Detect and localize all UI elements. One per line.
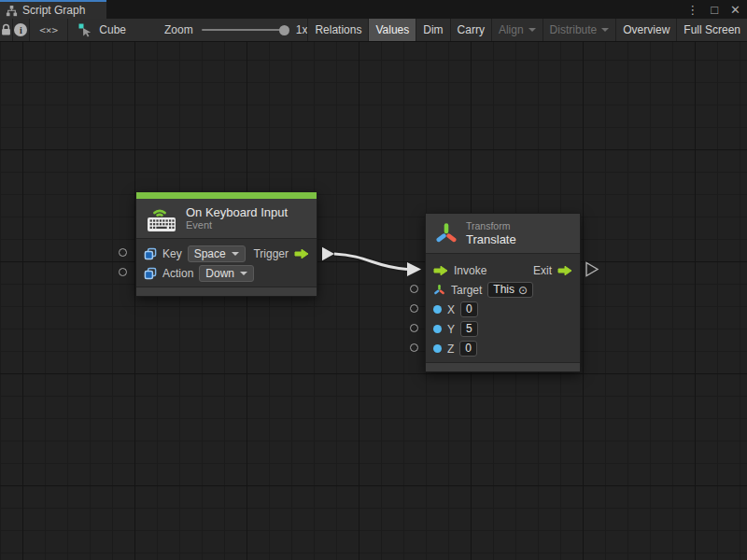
z-port[interactable] bbox=[410, 343, 418, 352]
y-row: Y 5 bbox=[426, 319, 580, 339]
z-value-field[interactable]: 0 bbox=[459, 341, 477, 357]
y-value-field[interactable]: 5 bbox=[460, 321, 478, 337]
tab-title: Script Graph bbox=[22, 4, 85, 17]
info-button[interactable]: i bbox=[13, 19, 30, 41]
tab-bar: Script Graph ⋮ □ ✕ bbox=[0, 0, 747, 19]
z-label: Z bbox=[447, 343, 454, 356]
target-name: Cube bbox=[99, 23, 126, 36]
graph-canvas[interactable] bbox=[0, 42, 747, 560]
z-row: Z 0 bbox=[426, 339, 580, 358]
key-label: Key bbox=[162, 247, 182, 260]
action-port[interactable] bbox=[119, 268, 127, 276]
values-button[interactable]: Values bbox=[368, 19, 416, 41]
zoom-slider[interactable] bbox=[202, 29, 288, 31]
x-value-field[interactable]: 0 bbox=[460, 301, 478, 317]
value-dot-icon bbox=[433, 305, 442, 314]
chevron-down-icon bbox=[240, 272, 247, 275]
node-footer bbox=[426, 362, 580, 371]
code-view-button[interactable]: <×> bbox=[30, 19, 69, 41]
action-dropdown[interactable]: Down bbox=[199, 265, 254, 282]
target-port[interactable] bbox=[410, 285, 418, 293]
keyboard-icon bbox=[145, 205, 178, 232]
graph-icon bbox=[6, 5, 18, 17]
chevron-down-icon bbox=[232, 252, 239, 256]
transform-icon bbox=[434, 221, 458, 245]
lock-icon bbox=[0, 23, 12, 36]
invoke-port-icon[interactable] bbox=[433, 265, 448, 276]
key-dropdown[interactable]: Space bbox=[188, 245, 246, 262]
target-label: Target bbox=[451, 284, 482, 297]
distribute-button[interactable]: Distribute bbox=[543, 19, 616, 41]
value-dot-icon bbox=[433, 344, 442, 353]
maximize-icon[interactable]: □ bbox=[711, 4, 718, 16]
action-row: Action Down bbox=[136, 263, 317, 283]
transform-mini-icon bbox=[433, 284, 445, 296]
tab-script-graph[interactable]: Script Graph bbox=[0, 0, 106, 19]
dim-button[interactable]: Dim bbox=[416, 19, 449, 41]
x-label: X bbox=[447, 303, 455, 316]
info-icon: i bbox=[14, 23, 27, 36]
node-subtitle: Event bbox=[186, 219, 288, 231]
align-button[interactable]: Align bbox=[491, 19, 543, 41]
relations-button[interactable]: Relations bbox=[307, 19, 368, 41]
graph-toolbar: i <×> Cube Zoom 1x Relations Values Dim … bbox=[0, 19, 747, 42]
exit-port-icon[interactable] bbox=[557, 265, 572, 276]
code-icon: <×> bbox=[39, 24, 58, 36]
chevron-down-icon bbox=[529, 28, 536, 32]
target-row: Target This ⊙ bbox=[426, 280, 580, 300]
overview-button[interactable]: Overview bbox=[615, 19, 676, 41]
carry-button[interactable]: Carry bbox=[450, 19, 491, 41]
close-icon[interactable]: ✕ bbox=[730, 4, 740, 16]
zoom-value: 1x bbox=[296, 23, 308, 36]
lock-button[interactable] bbox=[0, 19, 13, 41]
target-object-button[interactable]: This ⊙ bbox=[487, 282, 533, 298]
action-label: Action bbox=[162, 267, 193, 280]
x-port[interactable] bbox=[410, 304, 418, 313]
full-screen-button[interactable]: Full Screen bbox=[676, 19, 747, 41]
key-row: Key Space Trigger bbox=[136, 244, 317, 263]
menu-icon[interactable]: ⋮ bbox=[686, 4, 698, 16]
invoke-label: Invoke bbox=[454, 264, 486, 277]
node-title: Translate bbox=[466, 232, 516, 246]
zoom-slider-handle[interactable] bbox=[279, 25, 289, 35]
node-footer bbox=[136, 287, 317, 296]
x-row: X 0 bbox=[426, 300, 580, 319]
object-picker-icon: ⊙ bbox=[518, 285, 528, 296]
node-title: On Keyboard Input bbox=[186, 205, 288, 219]
key-port[interactable] bbox=[119, 248, 127, 257]
y-label: Y bbox=[447, 323, 455, 336]
target-indicator[interactable]: Cube bbox=[68, 19, 136, 41]
node-category: Transform bbox=[466, 220, 516, 232]
event-node[interactable]: On Keyboard Input Event Key Space Trigge… bbox=[135, 191, 317, 297]
keycode-icon bbox=[144, 267, 157, 280]
cursor-icon bbox=[78, 23, 92, 37]
keycode-icon bbox=[144, 247, 157, 260]
value-dot-icon bbox=[433, 325, 442, 333]
trigger-label: Trigger bbox=[253, 247, 289, 260]
y-port[interactable] bbox=[410, 324, 418, 332]
node-accent-bar bbox=[136, 192, 317, 199]
trigger-port-icon[interactable] bbox=[294, 248, 309, 259]
invoke-row: Invoke Exit bbox=[426, 260, 580, 280]
exit-label: Exit bbox=[533, 264, 552, 277]
chevron-down-icon bbox=[601, 28, 609, 32]
zoom-label: Zoom bbox=[164, 23, 193, 36]
action-node[interactable]: Transform Translate Invoke Exit Target bbox=[425, 213, 581, 372]
